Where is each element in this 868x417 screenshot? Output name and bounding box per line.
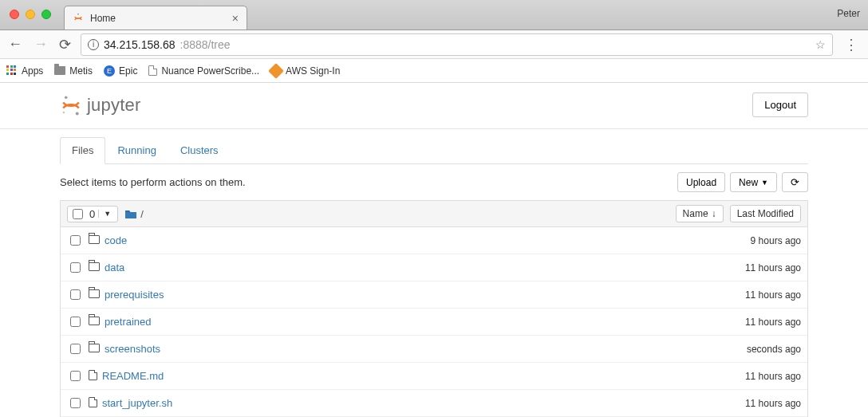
forward-button: → — [32, 36, 49, 53]
window-titlebar: Home × Peter — [0, 0, 868, 30]
page-content: jupyter Logout Files Running Clusters Se… — [0, 83, 868, 417]
new-button[interactable]: New▼ — [730, 172, 777, 192]
item-name[interactable]: code — [105, 234, 127, 246]
upload-button[interactable]: Upload — [677, 172, 725, 192]
select-all-checkbox[interactable] — [73, 209, 83, 219]
item-name[interactable]: data — [105, 262, 124, 273]
list-item[interactable]: start_jupyter.sh11 hours ago — [61, 390, 807, 417]
sort-name-button[interactable]: Name↓ — [676, 205, 724, 222]
page-icon — [148, 65, 157, 76]
tab-title: Home — [90, 13, 116, 24]
aws-icon — [268, 63, 284, 79]
url-host: 34.215.158.68 — [104, 38, 176, 51]
selected-count: 0 — [86, 208, 98, 220]
row-checkbox[interactable] — [70, 289, 81, 300]
tab-running[interactable]: Running — [105, 137, 168, 163]
bookmark-metis[interactable]: Metis — [54, 65, 93, 77]
item-name[interactable]: README.md — [102, 370, 164, 382]
item-modified: 11 hours ago — [745, 262, 801, 273]
list-item[interactable]: code9 hours ago — [61, 227, 807, 254]
bookmark-epic-label: Epic — [119, 65, 137, 77]
row-checkbox[interactable] — [70, 344, 81, 354]
chevron-down-icon[interactable]: ▼ — [98, 210, 116, 218]
item-modified: 11 hours ago — [745, 398, 801, 409]
folder-icon — [89, 262, 100, 273]
jupyter-logo[interactable]: jupyter — [60, 94, 140, 116]
chevron-down-icon: ▼ — [761, 179, 768, 187]
url-rest: :8888/tree — [180, 38, 231, 51]
site-info-icon[interactable]: i — [88, 39, 99, 50]
logout-button[interactable]: Logout — [752, 92, 808, 117]
arrow-down-icon: ↓ — [712, 208, 716, 219]
folder-icon — [54, 66, 65, 75]
list-item[interactable]: data11 hours ago — [61, 254, 807, 281]
bookmark-apps-label: Apps — [22, 65, 43, 77]
minimize-window-icon[interactable] — [26, 10, 35, 19]
row-checkbox[interactable] — [70, 317, 81, 327]
back-button[interactable]: ← — [6, 36, 24, 53]
item-modified: 11 hours ago — [745, 317, 801, 328]
reload-button[interactable]: ⟳ — [57, 36, 73, 53]
jupyter-tabs: Files Running Clusters — [60, 137, 808, 164]
svg-point-0 — [77, 13, 79, 14]
breadcrumb-folder-icon[interactable] — [124, 208, 137, 219]
list-item[interactable]: pretrained11 hours ago — [61, 309, 807, 336]
profile-name[interactable]: Peter — [837, 8, 860, 19]
item-modified: 9 hours ago — [751, 235, 801, 246]
list-item[interactable]: screenshotsseconds ago — [61, 336, 807, 363]
jupyter-brand-text: jupyter — [87, 95, 140, 116]
sort-modified-button[interactable]: Last Modified — [730, 205, 801, 222]
new-button-label: New — [739, 177, 758, 188]
bookmark-epic[interactable]: E Epic — [104, 65, 137, 77]
svg-point-3 — [63, 111, 65, 112]
browser-tab[interactable]: Home × — [64, 6, 247, 30]
row-checkbox[interactable] — [70, 371, 81, 381]
select-all-box[interactable]: 0 ▼ — [67, 206, 118, 222]
tab-clusters[interactable]: Clusters — [168, 137, 231, 163]
list-header: 0 ▼ / Name↓ Last Modified — [60, 200, 808, 227]
traffic-lights — [10, 10, 51, 19]
maximize-window-icon[interactable] — [41, 10, 51, 19]
close-window-icon[interactable] — [10, 10, 19, 19]
item-name[interactable]: prerequisites — [105, 289, 164, 301]
browser-menu-icon[interactable]: ⋮ — [841, 36, 862, 53]
file-icon — [89, 370, 97, 383]
folder-icon — [89, 316, 100, 328]
jupyter-header: jupyter Logout — [60, 83, 808, 125]
hint-text: Select items to perform actions on them. — [60, 176, 246, 188]
item-name[interactable]: pretrained — [105, 316, 152, 328]
list-item[interactable]: prerequisites11 hours ago — [61, 281, 807, 309]
jupyter-favicon-icon — [73, 13, 84, 24]
epic-icon: E — [104, 65, 115, 77]
bookmark-apps[interactable]: Apps — [6, 65, 43, 77]
jupyter-logo-icon — [60, 94, 82, 116]
breadcrumb-root: / — [140, 208, 144, 220]
list-item[interactable]: README.md11 hours ago — [61, 363, 807, 390]
bookmark-metis-label: Metis — [69, 65, 93, 77]
browser-toolbar: ← → ⟳ i 34.215.158.68:8888/tree ☆ ⋮ — [0, 30, 868, 59]
tab-close-icon[interactable]: × — [232, 12, 239, 25]
item-modified: 11 hours ago — [745, 371, 801, 382]
bookmarks-bar: Apps Metis E Epic Nuance PowerScribe... … — [0, 59, 868, 83]
item-modified: seconds ago — [747, 344, 801, 355]
address-bar[interactable]: i 34.215.158.68:8888/tree ☆ — [81, 33, 833, 56]
item-modified: 11 hours ago — [745, 289, 801, 301]
row-checkbox[interactable] — [70, 398, 81, 408]
svg-point-2 — [76, 112, 79, 115]
bookmark-nuance[interactable]: Nuance PowerScribe... — [148, 65, 259, 77]
bookmark-nuance-label: Nuance PowerScribe... — [161, 65, 259, 77]
bookmark-aws[interactable]: AWS Sign-In — [270, 65, 340, 77]
folder-icon — [89, 343, 100, 355]
row-checkbox[interactable] — [70, 235, 81, 246]
bookmark-star-icon[interactable]: ☆ — [815, 38, 826, 51]
bookmark-aws-label: AWS Sign-In — [286, 65, 340, 77]
folder-icon — [89, 289, 100, 301]
folder-icon — [89, 234, 100, 246]
item-name[interactable]: screenshots — [105, 343, 160, 355]
item-name[interactable]: start_jupyter.sh — [102, 397, 172, 409]
file-icon — [89, 397, 97, 410]
tab-files[interactable]: Files — [60, 137, 105, 164]
row-checkbox[interactable] — [70, 262, 81, 273]
refresh-button[interactable]: ⟳ — [782, 172, 808, 192]
sort-name-label: Name — [683, 208, 708, 219]
